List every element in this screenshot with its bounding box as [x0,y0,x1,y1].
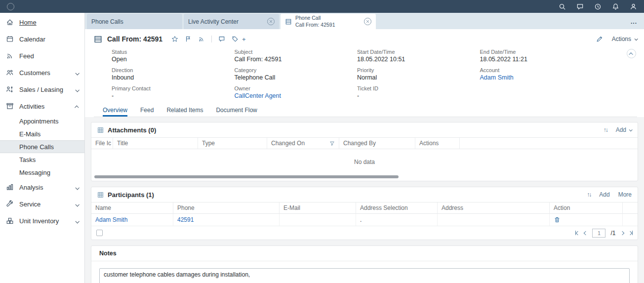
edit-pencil-icon[interactable] [596,36,603,42]
sidebar-item-unit-inventory[interactable]: Unit Inventory [0,212,84,229]
separator [211,36,212,42]
sort-icon[interactable]: ↑↓ [604,126,607,133]
field-account: Account Adam Smith [480,67,603,81]
sidebar-item-label: Calendar [19,36,45,43]
field-owner: Owner CallCenter Agent [235,85,358,99]
tab-strip: Phone Calls Live Activity Center Phone C… [85,13,644,29]
tab-related-items[interactable]: Related Items [166,103,203,117]
add-tag-button[interactable]: + [242,36,246,43]
chat-icon[interactable] [218,36,225,42]
next-page-button[interactable] [621,230,624,236]
column-header-phone[interactable]: Phone [173,202,280,213]
column-header-title[interactable]: Title [113,138,198,149]
subscribe-feed-icon[interactable] [198,36,205,42]
participants-footer: 1 /1 [91,226,638,240]
column-header-file-icon[interactable]: File Ic [91,138,113,149]
field-value: - [357,92,480,99]
tab-phone-calls[interactable]: Phone Calls [87,14,182,29]
delete-trash-icon[interactable] [554,216,561,223]
sidebar-item-phone-calls[interactable]: Phone Calls [0,140,84,153]
sidebar-item-customers[interactable]: Customers [0,64,84,81]
last-page-button[interactable] [629,230,633,236]
sidebar-item-home[interactable]: Home [0,14,84,31]
tag-icon[interactable] [232,36,239,42]
participant-address-selection-cell: . [356,214,438,226]
sidebar-item-messaging[interactable]: Messaging [0,166,84,179]
filter-icon[interactable] [329,141,335,146]
sidebar-nav: Home Calendar Feed Customers [0,13,85,283]
sidebar-item-tasks[interactable]: Tasks [0,153,84,166]
column-header-actions[interactable]: Actions [415,138,460,149]
feedback-icon[interactable] [576,3,584,10]
page-total-label: /1 [610,230,615,237]
table-grid-icon [97,192,104,198]
calendar-icon [6,35,14,43]
sidebar-item-label: Home [19,19,37,26]
column-header-changed-by[interactable]: Changed By [339,138,415,149]
search-icon[interactable] [559,3,566,10]
flag-icon[interactable] [185,36,192,42]
notifications-icon[interactable] [612,3,619,10]
tab-feed[interactable]: Feed [140,103,154,117]
sidebar-item-calendar[interactable]: Calendar [0,31,84,47]
tab-overflow-icon[interactable]: ... [624,18,644,25]
select-all-checkbox[interactable] [96,230,103,236]
notes-input[interactable]: customer telephone cables damages during… [99,268,630,283]
page-number-input[interactable]: 1 [592,229,605,238]
field-value: Telephone Call [235,74,358,81]
account-link[interactable]: Adam Smith [480,74,603,81]
previous-page-button[interactable] [584,230,587,236]
sidebar-item-label: Sales / Leasing [19,86,63,93]
field-label: Subject [235,49,358,55]
history-icon[interactable] [594,3,602,10]
sort-icon[interactable]: ↑↓ [587,191,591,198]
chevron-down-icon [76,86,79,93]
sidebar-item-sales-leasing[interactable]: Sales / Leasing [0,81,84,98]
column-header-email[interactable]: E-Mail [280,202,356,213]
object-title-row: Call From: 42591 [94,32,637,46]
owner-link[interactable]: CallCenter Agent [235,92,358,99]
tab-live-activity-center[interactable]: Live Activity Center [184,14,279,29]
column-filler [623,202,638,213]
participants-add-button[interactable]: Add [599,191,609,198]
header-fields: Status Open Subject Call From: 42591 Sta… [94,46,637,103]
sidebar-item-label: Feed [19,52,34,60]
collapse-header-button[interactable] [627,49,636,58]
customers-icon [6,69,14,77]
field-label: Direction [112,67,235,73]
close-icon[interactable] [364,18,371,25]
account-icon[interactable] [630,3,637,10]
field-spacer [480,85,603,99]
close-icon[interactable] [267,18,275,25]
field-ticket-id: Ticket ID - [357,85,480,99]
participant-name-link[interactable]: Adam Smith [95,216,127,223]
column-header-address-selection[interactable]: Address Selection [356,202,438,213]
attachments-add-button[interactable]: Add [616,126,632,133]
notes-body: customer telephone cables damages during… [91,261,638,283]
tab-document-flow[interactable]: Document Flow [216,103,257,117]
tab-phone-call-42591[interactable]: Phone Call Call From: 42591 [281,14,376,29]
column-header-type[interactable]: Type [198,138,267,149]
field-end-datetime: End Date/Time 18.05.2022 11:21 [480,49,603,63]
sidebar-item-analysis[interactable]: Analysis [0,179,84,196]
column-header-address[interactable]: Address [438,202,550,213]
sidebar-item-appointments[interactable]: Appointments [0,115,84,127]
sidebar-item-emails[interactable]: E-Mails [0,127,84,140]
column-header-action[interactable]: Action [550,202,623,213]
first-page-button[interactable] [575,230,580,236]
participants-more-button[interactable]: More [618,191,632,198]
actions-menu-button[interactable]: Actions [612,36,637,42]
favorite-star-icon[interactable] [171,36,178,42]
column-header-changed-on[interactable]: Changed On [267,138,339,149]
work-area: Attachments (0) ↑↓ Add File Ic Title Ty [85,117,644,283]
participants-table-header: Name Phone E-Mail Address Selection Addr… [91,202,638,214]
tab-overview[interactable]: Overview [103,103,127,117]
participants-header: Participants (1) ↑↓ Add More [91,187,638,202]
sidebar-item-feed[interactable]: Feed [0,47,84,64]
field-label: Owner [235,85,358,91]
column-header-name[interactable]: Name [91,202,173,213]
participant-phone-link[interactable]: 42591 [177,216,194,223]
sidebar-item-activities[interactable]: Activities [0,98,84,115]
scrollbar-thumb[interactable] [94,175,399,178]
sidebar-item-service[interactable]: Service [0,196,84,212]
